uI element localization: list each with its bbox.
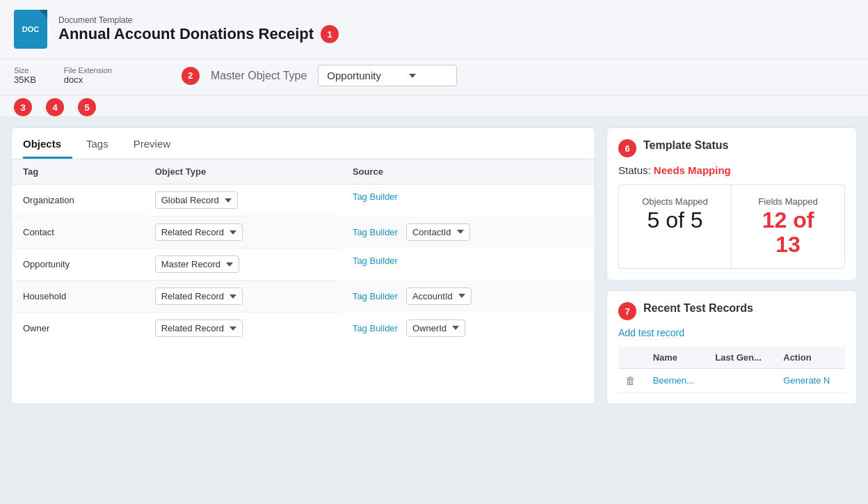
steps-row: 3 4 5 (0, 95, 868, 116)
object-type-select[interactable]: Related Record (155, 288, 243, 305)
dropdown-triangle-icon (230, 230, 236, 235)
tag-builder-link[interactable]: Tag Builder (353, 227, 398, 237)
object-type-select[interactable]: Master Record (155, 255, 239, 273)
right-panel: 6 Template Status Status: Needs Mapping … (606, 127, 857, 404)
tag-cell: Organization (12, 184, 144, 216)
dropdown-chevron-icon (409, 74, 416, 78)
meta-badge-2: 2 (182, 67, 200, 85)
source-dropdown-icon (457, 230, 464, 234)
size-meta: Size 35KB (14, 66, 36, 85)
source-select[interactable]: AccountId (406, 288, 472, 305)
left-panel: Objects Tags Preview Tag Object Type Sou… (11, 127, 595, 404)
object-type-cell: Global Record (144, 184, 341, 216)
doc-type-icon: DOC (14, 10, 47, 49)
source-value: AccountId (412, 291, 453, 301)
objects-mapped-cell: Objects Mapped 5 of 5 (619, 185, 732, 268)
source-select[interactable]: ContactId (406, 223, 470, 241)
test-records-table: Name Last Gen... Action 🗑Beemen...Genera… (618, 347, 845, 393)
object-type-value: Related Record (161, 323, 224, 333)
step-badge-3: 3 (14, 98, 32, 116)
tag-cell: Owner (12, 313, 144, 345)
tab-preview[interactable]: Preview (134, 128, 182, 159)
table-row: ContactRelated RecordTag BuilderContactI… (12, 216, 595, 249)
document-title: Annual Account Donations Receipt 1 (58, 25, 854, 43)
source-dropdown-icon (452, 326, 459, 330)
object-type-cell: Related Record (144, 313, 341, 345)
col-source-header: Source (341, 159, 595, 184)
source-dropdown-icon (458, 294, 465, 298)
object-type-value: Related Record (161, 291, 224, 301)
action-cell[interactable]: Generate N (776, 369, 845, 393)
master-object-section: 2 Master Object Type Opportunity (182, 65, 457, 86)
meta-row: Size 35KB File Extension docx 2 Master O… (0, 59, 868, 95)
object-type-select[interactable]: Related Record (155, 223, 243, 241)
objects-table: Tag Object Type Source OrganizationGloba… (12, 159, 595, 344)
main-content: Objects Tags Preview Tag Object Type Sou… (0, 116, 868, 416)
recent-records-title: Recent Test Records (643, 302, 753, 315)
template-status-title: Template Status (643, 139, 728, 152)
object-type-value: Master Record (161, 259, 220, 269)
master-object-label: Master Object Type (211, 70, 307, 82)
recent-test-records-card: 7 Recent Test Records Add test record Na… (606, 290, 857, 404)
col-tag-header: Tag (12, 159, 144, 184)
table-row: OrganizationGlobal RecordTag Builder (12, 184, 595, 216)
object-type-cell: Related Record (144, 281, 341, 313)
tag-builder-link[interactable]: Tag Builder (353, 291, 398, 301)
test-record-row: 🗑Beemen...Generate N (618, 369, 845, 393)
tab-bar: Objects Tags Preview (12, 128, 595, 159)
source-cell: Tag BuilderOwnerId (341, 313, 595, 344)
source-cell: Tag BuilderContactId (341, 216, 595, 248)
add-test-record-link[interactable]: Add test record (618, 327, 845, 338)
name-col-header: Name (646, 347, 709, 369)
tag-builder-link[interactable]: Tag Builder (353, 323, 398, 333)
object-type-cell: Master Record (144, 249, 341, 281)
header-text: Document Template Annual Account Donatio… (58, 15, 854, 43)
doc-icon-label: DOC (22, 25, 39, 33)
source-cell: Tag Builder (341, 249, 595, 273)
recent-badge-7: 7 (618, 302, 636, 320)
status-prefix: Status: (618, 164, 654, 176)
source-cell: Tag BuilderAccountId (341, 281, 595, 312)
file-ext-label: File Extension (64, 66, 112, 74)
generate-link[interactable]: Generate N (783, 375, 830, 386)
step-badge-5: 5 (78, 98, 96, 116)
tag-builder-link[interactable]: Tag Builder (353, 255, 398, 266)
master-object-dropdown[interactable]: Opportunity (318, 65, 457, 86)
dropdown-triangle-icon (226, 262, 233, 267)
table-row: OwnerRelated RecordTag BuilderOwnerId (12, 313, 595, 345)
status-badge-6: 6 (618, 139, 636, 157)
object-type-select[interactable]: Related Record (155, 320, 243, 337)
size-label: Size (14, 66, 36, 74)
source-value: OwnerId (412, 323, 447, 333)
object-type-value: Global Record (161, 195, 219, 205)
delete-cell[interactable]: 🗑 (618, 369, 646, 393)
tag-builder-link[interactable]: Tag Builder (353, 191, 398, 202)
source-cell: Tag Builder (341, 184, 595, 209)
action-col-header: Action (776, 347, 845, 369)
tab-tags[interactable]: Tags (86, 128, 120, 159)
step-badge-4: 4 (46, 98, 64, 116)
source-value: ContactId (412, 227, 451, 237)
status-value: Needs Mapping (654, 164, 731, 176)
fields-mapped-cell: Fields Mapped 12 of 13 (732, 185, 844, 268)
col-object-type-header: Object Type (144, 159, 341, 184)
dropdown-triangle-icon (225, 198, 232, 203)
tag-cell: Opportunity (12, 249, 144, 281)
master-object-value: Opportunity (327, 70, 381, 81)
last-gen-cell (708, 369, 776, 393)
file-ext-value: docx (64, 74, 112, 85)
recent-badge-row: 7 Recent Test Records (618, 302, 845, 320)
record-name-link[interactable]: Beemen... (653, 375, 694, 386)
delete-icon[interactable]: 🗑 (625, 375, 636, 386)
header-badge-1: 1 (321, 25, 339, 43)
source-select[interactable]: OwnerId (406, 320, 465, 337)
fields-mapped-value: 12 of 13 (743, 208, 833, 257)
table-row: OpportunityMaster RecordTag Builder (12, 249, 595, 281)
stats-grid: Objects Mapped 5 of 5 Fields Mapped 12 o… (618, 184, 845, 269)
table-row: HouseholdRelated RecordTag BuilderAccoun… (12, 281, 595, 313)
template-status-card: 6 Template Status Status: Needs Mapping … (606, 127, 857, 281)
tab-objects[interactable]: Objects (23, 128, 72, 159)
delete-col-header (618, 347, 646, 369)
fields-mapped-label: Fields Mapped (743, 196, 833, 208)
object-type-select[interactable]: Global Record (155, 191, 238, 209)
